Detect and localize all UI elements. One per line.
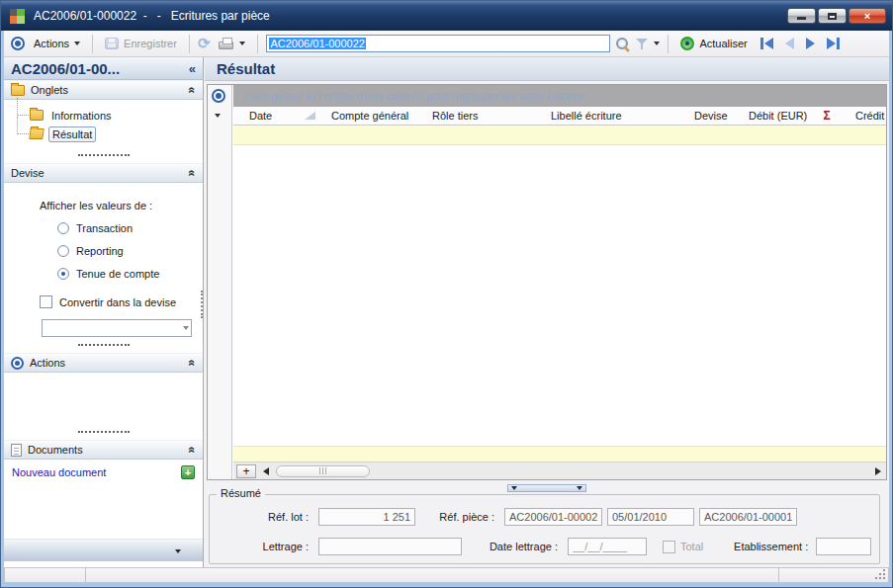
reload-icon[interactable]: ⟳ (198, 38, 211, 49)
sidebar-collapse-bar[interactable] (4, 539, 203, 561)
filter-dropdown-icon[interactable] (654, 42, 660, 45)
radio-transaction[interactable]: Transaction (57, 222, 203, 234)
print-button[interactable] (215, 36, 249, 51)
date-lettrage-label: Date lettrage : (474, 541, 558, 552)
nav-previous-button[interactable] (785, 38, 794, 49)
actions-button[interactable]: Actions (30, 36, 84, 51)
sidebar-title: AC2006/01-00... (11, 60, 120, 77)
tree-item-label: Informations (48, 109, 115, 123)
radio-reporting[interactable]: Reporting (57, 245, 203, 257)
total-checkbox[interactable] (663, 541, 675, 553)
toolbar-separator (668, 35, 669, 53)
lettrage-field[interactable] (318, 538, 462, 555)
chevron-up-icon[interactable]: « (186, 170, 200, 177)
filter-icon[interactable] (635, 38, 649, 50)
chevron-up-icon[interactable]: « (186, 360, 200, 367)
column-header-credit[interactable]: Crédit (E (842, 110, 886, 122)
new-entry-row[interactable] (233, 126, 886, 145)
panel-header-actions[interactable]: Actions « (4, 353, 203, 373)
chevron-up-icon[interactable]: « (186, 447, 200, 454)
target-icon (212, 89, 225, 103)
toolbar-separator (257, 35, 258, 53)
radio-icon (57, 222, 69, 234)
column-header-role-tiers[interactable]: Rôle tiers (418, 110, 537, 122)
column-chooser-button[interactable] (215, 114, 221, 118)
date-lettrage-field[interactable] (568, 538, 647, 555)
save-button[interactable]: Enregistrer (101, 36, 181, 51)
ref-piece-field-2[interactable] (607, 508, 694, 526)
nav-last-bar (837, 38, 840, 49)
title-bar: AC2006/01-000022 - - Ecritures par pièce… (1, 1, 892, 31)
radio-checked-icon (57, 268, 69, 280)
horizontal-scrollbar[interactable]: + (233, 462, 886, 479)
column-header-date[interactable]: Date (233, 110, 317, 122)
devise-caption: Afficher les valeurs de : (40, 200, 203, 211)
lettrage-label: Lettrage : (210, 541, 309, 552)
document-icon (11, 444, 22, 457)
total-label: Total (680, 541, 703, 552)
minimize-button[interactable] (787, 8, 816, 24)
nav-last-button[interactable] (827, 38, 840, 49)
panel-splitter-handle[interactable] (507, 484, 586, 492)
add-document-button[interactable]: + (181, 465, 195, 479)
panel-header-devise[interactable]: Devise « (4, 163, 203, 183)
sort-icon (305, 112, 315, 120)
nav-next-button[interactable] (806, 38, 815, 49)
scroll-right-button[interactable] (875, 467, 881, 475)
panel-resize-handle[interactable] (78, 344, 130, 346)
column-header-sigma-icon[interactable]: Σ (812, 109, 842, 123)
tree-item-resultat[interactable]: Résultat (14, 125, 203, 143)
sidebar-collapse-icon[interactable]: « (189, 61, 196, 76)
column-header-compte-general[interactable]: Compte général (317, 110, 418, 122)
sidebar-drag-handle[interactable] (201, 291, 203, 318)
chevron-down-icon (239, 42, 245, 45)
panel-documents-label: Documents (28, 444, 83, 456)
actions-label: Actions (34, 38, 69, 49)
piece-search-input[interactable]: AC2006/01-000022 (266, 35, 610, 52)
ref-lot-label: Réf. lot : (210, 511, 309, 523)
tree-item-informations[interactable]: Informations (14, 106, 203, 125)
grid-body[interactable] (233, 145, 886, 446)
radio-tenue-de-compte[interactable]: Tenue de compte (57, 268, 203, 280)
currency-combo[interactable] (42, 319, 192, 337)
chevron-down-icon (74, 42, 80, 45)
grid-indicator-column (208, 85, 232, 479)
nav-first-button[interactable] (760, 38, 773, 49)
window-body: AC2006/01-00... « Onglets « Informations… (4, 57, 889, 567)
folder-icon (30, 110, 44, 121)
chevron-down-icon (175, 549, 181, 553)
panel-onglets-label: Onglets (31, 84, 68, 96)
summary-groupbox: Résumé Réf. lot : Réf. pièce : Lettrage … (209, 494, 880, 564)
new-document-link[interactable]: Nouveau document (12, 466, 106, 478)
group-by-bar[interactable]: Faire glisser ici l'entête d'une colonne… (233, 85, 886, 107)
nav-first-icon (764, 38, 773, 49)
toolbar-separator (189, 35, 190, 53)
panel-header-onglets[interactable]: Onglets « (4, 80, 203, 100)
panel-resize-handle[interactable] (78, 154, 130, 156)
convert-currency-checkbox[interactable]: Convertir dans la devise (40, 295, 203, 308)
group-by-hint: Faire glisser ici l'entête d'une colonne… (243, 90, 587, 102)
scroll-left-button[interactable] (263, 467, 269, 475)
search-icon[interactable] (615, 37, 630, 51)
column-header-debit[interactable]: Débit (EUR) (735, 110, 812, 122)
scrollbar-thumb[interactable] (276, 465, 370, 477)
panel-header-documents[interactable]: Documents « (4, 440, 203, 460)
folder-icon (11, 85, 25, 96)
ref-piece-field-3[interactable] (699, 508, 797, 526)
target-icon (11, 357, 24, 370)
radio-label: Reporting (76, 245, 124, 257)
etablissement-field[interactable] (816, 538, 871, 555)
ref-lot-field[interactable] (318, 508, 415, 526)
column-header-libelle-ecriture[interactable]: Libellé écriture (537, 110, 680, 122)
refresh-button[interactable]: Actualiser (676, 35, 751, 52)
status-panel-3 (779, 568, 888, 582)
ref-piece-field-1[interactable] (504, 508, 602, 526)
add-row-button[interactable]: + (236, 464, 256, 478)
column-header-devise[interactable]: Devise (680, 110, 735, 122)
maximize-button[interactable] (818, 8, 847, 24)
panel-resize-handle[interactable] (78, 431, 130, 433)
chevron-up-icon[interactable]: « (186, 87, 200, 94)
close-button[interactable]: × (848, 8, 886, 24)
totals-row (233, 446, 886, 462)
resize-grip-icon[interactable] (883, 577, 885, 579)
